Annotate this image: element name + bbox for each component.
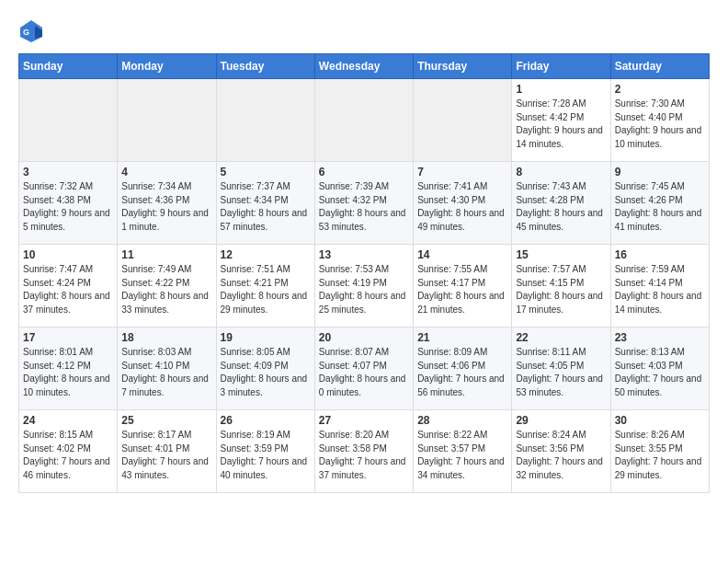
day-detail: Sunrise: 8:19 AM Sunset: 3:59 PM Dayligh…	[221, 430, 308, 480]
day-detail: Sunrise: 8:03 AM Sunset: 4:10 PM Dayligh…	[121, 347, 209, 397]
day-detail: Sunrise: 8:22 AM Sunset: 3:57 PM Dayligh…	[417, 430, 505, 480]
day-detail: Sunrise: 8:13 AM Sunset: 4:03 PM Dayligh…	[615, 347, 702, 397]
calendar-cell: 1Sunrise: 7:28 AM Sunset: 4:42 PM Daylig…	[512, 79, 610, 162]
day-number: 3	[23, 166, 113, 178]
day-number: 23	[615, 331, 705, 344]
day-number: 16	[615, 248, 705, 261]
day-detail: Sunrise: 7:55 AM Sunset: 4:17 PM Dayligh…	[417, 264, 505, 315]
calendar-cell	[314, 79, 413, 162]
day-number: 5	[221, 166, 311, 178]
day-detail: Sunrise: 8:20 AM Sunset: 3:58 PM Dayligh…	[319, 430, 406, 480]
calendar-cell	[19, 79, 118, 162]
day-detail: Sunrise: 8:26 AM Sunset: 3:55 PM Dayligh…	[615, 430, 702, 480]
day-detail: Sunrise: 7:49 AM Sunset: 4:22 PM Dayligh…	[121, 264, 209, 315]
day-number: 25	[121, 414, 211, 427]
day-detail: Sunrise: 7:47 AM Sunset: 4:24 PM Dayligh…	[23, 264, 110, 315]
logo-icon: G	[18, 18, 44, 44]
day-detail: Sunrise: 8:17 AM Sunset: 4:01 PM Dayligh…	[121, 430, 209, 480]
day-detail: Sunrise: 8:01 AM Sunset: 4:12 PM Dayligh…	[23, 347, 110, 397]
day-detail: Sunrise: 7:39 AM Sunset: 4:32 PM Dayligh…	[319, 181, 406, 232]
calendar-cell: 23Sunrise: 8:13 AM Sunset: 4:03 PM Dayli…	[610, 327, 709, 410]
calendar-cell: 12Sunrise: 7:51 AM Sunset: 4:21 PM Dayli…	[216, 245, 314, 327]
calendar-cell: 30Sunrise: 8:26 AM Sunset: 3:55 PM Dayli…	[610, 410, 709, 493]
day-number: 30	[615, 414, 705, 427]
calendar-cell: 20Sunrise: 8:07 AM Sunset: 4:07 PM Dayli…	[314, 327, 413, 410]
calendar-cell: 24Sunrise: 8:15 AM Sunset: 4:02 PM Dayli…	[19, 410, 118, 493]
day-number: 10	[23, 248, 113, 261]
calendar-cell: 8Sunrise: 7:43 AM Sunset: 4:28 PM Daylig…	[512, 162, 610, 245]
day-detail: Sunrise: 7:43 AM Sunset: 4:28 PM Dayligh…	[516, 181, 603, 232]
page-header: G	[18, 18, 710, 44]
day-detail: Sunrise: 8:11 AM Sunset: 4:05 PM Dayligh…	[516, 347, 603, 397]
day-detail: Sunrise: 8:09 AM Sunset: 4:06 PM Dayligh…	[417, 347, 505, 397]
day-detail: Sunrise: 7:53 AM Sunset: 4:19 PM Dayligh…	[319, 264, 406, 315]
day-detail: Sunrise: 7:30 AM Sunset: 4:40 PM Dayligh…	[615, 98, 702, 149]
day-number: 4	[121, 166, 211, 178]
calendar-cell: 3Sunrise: 7:32 AM Sunset: 4:38 PM Daylig…	[19, 162, 118, 245]
day-of-week-header: Thursday	[414, 54, 512, 79]
day-of-week-header: Wednesday	[314, 54, 413, 79]
calendar-cell: 7Sunrise: 7:41 AM Sunset: 4:30 PM Daylig…	[414, 162, 512, 245]
day-number: 1	[516, 83, 606, 96]
calendar-cell: 19Sunrise: 8:05 AM Sunset: 4:09 PM Dayli…	[216, 327, 314, 410]
day-number: 28	[417, 414, 507, 427]
day-number: 6	[319, 166, 409, 178]
day-number: 2	[615, 83, 705, 96]
day-of-week-header: Sunday	[19, 54, 118, 79]
day-detail: Sunrise: 8:15 AM Sunset: 4:02 PM Dayligh…	[23, 430, 110, 480]
calendar-cell: 29Sunrise: 8:24 AM Sunset: 3:56 PM Dayli…	[512, 410, 610, 493]
day-of-week-header: Friday	[512, 54, 610, 79]
day-detail: Sunrise: 8:05 AM Sunset: 4:09 PM Dayligh…	[221, 347, 308, 397]
calendar-cell	[414, 79, 512, 162]
calendar-cell: 9Sunrise: 7:45 AM Sunset: 4:26 PM Daylig…	[610, 162, 709, 245]
day-number: 18	[121, 331, 211, 344]
day-number: 13	[319, 248, 409, 261]
day-number: 29	[516, 414, 606, 427]
calendar-cell: 27Sunrise: 8:20 AM Sunset: 3:58 PM Dayli…	[314, 410, 413, 493]
day-detail: Sunrise: 7:37 AM Sunset: 4:34 PM Dayligh…	[221, 181, 308, 232]
calendar-cell: 16Sunrise: 7:59 AM Sunset: 4:14 PM Dayli…	[610, 245, 709, 327]
logo: G	[18, 18, 48, 44]
calendar-cell: 2Sunrise: 7:30 AM Sunset: 4:40 PM Daylig…	[610, 79, 709, 162]
day-detail: Sunrise: 8:07 AM Sunset: 4:07 PM Dayligh…	[319, 347, 406, 397]
calendar-cell: 21Sunrise: 8:09 AM Sunset: 4:06 PM Dayli…	[414, 327, 512, 410]
day-number: 9	[615, 166, 705, 178]
day-detail: Sunrise: 7:59 AM Sunset: 4:14 PM Dayligh…	[615, 264, 702, 315]
day-detail: Sunrise: 7:41 AM Sunset: 4:30 PM Dayligh…	[417, 181, 505, 232]
day-number: 27	[319, 414, 409, 427]
day-of-week-header: Monday	[118, 54, 216, 79]
calendar-cell: 15Sunrise: 7:57 AM Sunset: 4:15 PM Dayli…	[512, 245, 610, 327]
day-detail: Sunrise: 7:28 AM Sunset: 4:42 PM Dayligh…	[516, 98, 603, 149]
day-number: 21	[417, 331, 507, 344]
day-number: 22	[516, 331, 606, 344]
calendar-cell: 11Sunrise: 7:49 AM Sunset: 4:22 PM Dayli…	[118, 245, 216, 327]
day-detail: Sunrise: 7:51 AM Sunset: 4:21 PM Dayligh…	[221, 264, 308, 315]
day-number: 7	[417, 166, 507, 178]
calendar-cell: 14Sunrise: 7:55 AM Sunset: 4:17 PM Dayli…	[414, 245, 512, 327]
day-of-week-header: Saturday	[610, 54, 709, 79]
day-number: 11	[121, 248, 211, 261]
day-number: 19	[221, 331, 311, 344]
day-detail: Sunrise: 7:45 AM Sunset: 4:26 PM Dayligh…	[615, 181, 702, 232]
day-number: 15	[516, 248, 606, 261]
calendar-cell	[216, 79, 314, 162]
calendar-cell: 13Sunrise: 7:53 AM Sunset: 4:19 PM Dayli…	[314, 245, 413, 327]
day-of-week-header: Tuesday	[216, 54, 314, 79]
day-number: 8	[516, 166, 606, 178]
calendar-cell: 5Sunrise: 7:37 AM Sunset: 4:34 PM Daylig…	[216, 162, 314, 245]
calendar-cell: 17Sunrise: 8:01 AM Sunset: 4:12 PM Dayli…	[19, 327, 118, 410]
day-detail: Sunrise: 7:32 AM Sunset: 4:38 PM Dayligh…	[23, 181, 110, 232]
calendar-cell: 25Sunrise: 8:17 AM Sunset: 4:01 PM Dayli…	[118, 410, 216, 493]
day-number: 20	[319, 331, 409, 344]
day-number: 12	[221, 248, 311, 261]
day-number: 24	[23, 414, 113, 427]
calendar-cell: 10Sunrise: 7:47 AM Sunset: 4:24 PM Dayli…	[19, 245, 118, 327]
calendar-table: SundayMondayTuesdayWednesdayThursdayFrid…	[18, 53, 710, 493]
calendar-cell: 4Sunrise: 7:34 AM Sunset: 4:36 PM Daylig…	[118, 162, 216, 245]
svg-text:G: G	[23, 28, 29, 37]
calendar-cell: 26Sunrise: 8:19 AM Sunset: 3:59 PM Dayli…	[216, 410, 314, 493]
calendar-cell: 22Sunrise: 8:11 AM Sunset: 4:05 PM Dayli…	[512, 327, 610, 410]
day-detail: Sunrise: 8:24 AM Sunset: 3:56 PM Dayligh…	[516, 430, 603, 480]
day-detail: Sunrise: 7:34 AM Sunset: 4:36 PM Dayligh…	[121, 181, 209, 232]
day-number: 14	[417, 248, 507, 261]
